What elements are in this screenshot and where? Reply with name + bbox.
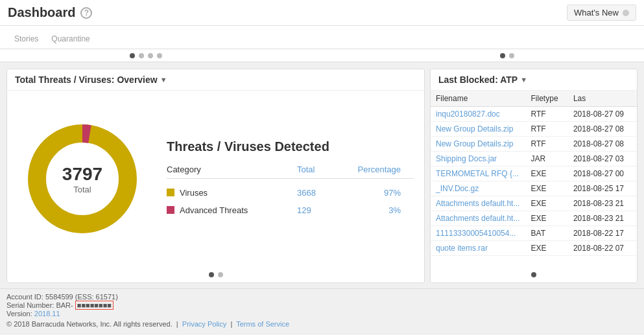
right-panel-header: Last Blocked: ATP ▼ [431,69,637,91]
version-value: 2018.11 [34,310,60,318]
date-cell: 2018-08-22 07 [568,241,637,256]
filename-cell[interactable]: _INV.Doc.gz [431,181,526,196]
filetype-cell: RTF [526,122,568,137]
date-cell: 2018-08-23 21 [568,196,637,211]
tab-dot-1[interactable] [130,53,135,58]
filename-cell[interactable]: quote items.rar [431,241,526,256]
table-row: 11113330005410054... BAT 2018-08-22 17 [431,226,637,241]
whats-new-button[interactable]: What's New [567,5,636,21]
right-tab-dot-2[interactable] [509,53,514,58]
table-row: Advanced Threats 129 3% [167,202,414,219]
threats-table: Threats / Viruses Detected Category Tota… [147,139,414,219]
table-row: inqu20180827.doc RTF 2018-08-27 09 [431,107,637,122]
advanced-pct: 3% [349,205,414,215]
date-cell: 2018-08-22 17 [568,226,637,241]
donut-total-number: 3797 [62,164,102,185]
tab-quarantine[interactable]: Quarantine [45,34,96,49]
col-filename: Filename [431,91,526,107]
filetype-cell: EXE [526,167,568,181]
left-footer-dot-2[interactable] [218,272,223,277]
filename-cell[interactable]: New Group Details.zip [431,122,526,137]
donut-chart: 3797 Total [18,114,147,244]
help-icon[interactable]: ? [80,7,92,19]
date-cell: 2018-08-27 08 [568,137,637,152]
account-id: Account ID: 5584599 (ESS: 61571) [6,293,638,301]
advanced-label: Advanced Threats [180,205,248,215]
serial-number-row: Serial Number: BAR- ■■■■■■■■ [6,301,638,310]
atp-table-head: Filename Filetype Las [431,91,637,107]
viruses-total: 3668 [297,188,349,198]
filetype-cell: EXE [526,196,568,211]
tab-dot-2[interactable] [139,53,144,58]
left-panel-title: Total Threats / Viruses: Overview [15,75,158,85]
filetype-cell: RTF [526,137,568,152]
filetype-cell: RTF [526,107,568,122]
date-cell: 2018-08-27 09 [568,107,637,122]
right-panel-title: Last Blocked: ATP [438,75,518,85]
table-row: quote items.rar EXE 2018-08-22 07 [431,241,637,256]
right-panel: Last Blocked: ATP ▼ Filename Filetype La… [430,69,638,283]
col-category: Category [167,165,297,174]
terms-of-service-link[interactable]: Terms of Service [236,320,289,328]
left-panel-dropdown[interactable]: ▼ [160,76,167,84]
serial-label: Serial Number: BAR- [6,301,73,309]
table-row: Shipping Docs.jar JAR 2018-08-27 03 [431,152,637,167]
header-left: Dashboard ? [8,5,92,20]
left-footer-dot-1[interactable] [209,272,214,277]
version-row: Version: 2018.11 [6,310,638,318]
col-percentage: Percentage [349,165,414,174]
tab-dot-4[interactable] [157,53,162,58]
left-panel-body: 3797 Total Threats / Viruses Detected Ca… [7,91,424,267]
viruses-color-box [167,189,174,196]
atp-header-row: Filename Filetype Las [431,91,637,107]
page-footer: Account ID: 5584599 (ESS: 61571) Serial … [0,288,644,332]
threats-table-header: Category Total Percentage [167,165,414,179]
filename-cell[interactable]: TERMOMETAL RFQ {... [431,167,526,181]
page-title: Dashboard [8,5,75,20]
atp-table-body: inqu20180827.doc RTF 2018-08-27 09 New G… [431,107,637,256]
right-tab-dots [500,53,514,58]
serial-value: ■■■■■■■■ [75,301,113,310]
advanced-total: 129 [297,205,349,215]
left-panel: Total Threats / Viruses: Overview ▼ 3797… [6,69,425,283]
footer-links: © 2018 Barracuda Networks, Inc. All righ… [6,320,638,328]
col-total: Total [297,165,349,174]
filetype-cell: EXE [526,181,568,196]
date-cell: 2018-08-27 08 [568,122,637,137]
date-cell: 2018-08-27 03 [568,152,637,167]
filetype-cell: EXE [526,241,568,256]
left-panel-header: Total Threats / Viruses: Overview ▼ [7,69,424,91]
category-viruses: Viruses [167,188,297,198]
left-tab-dots [130,53,162,58]
right-panel-dropdown[interactable]: ▼ [520,76,527,84]
filetype-cell: EXE [526,211,568,226]
filename-cell[interactable]: Attachments default.ht... [431,196,526,211]
atp-data-table: Filename Filetype Las inqu20180827.doc R… [431,91,637,256]
table-row: Attachments default.ht... EXE 2018-08-23… [431,211,637,226]
right-tab-dot-1[interactable] [500,53,505,58]
right-footer-dot-1[interactable] [531,272,536,277]
col-date: Las [568,91,637,107]
copyright-text: © 2018 Barracuda Networks, Inc. All righ… [6,320,173,328]
left-panel-footer [7,267,424,283]
tab-stories[interactable]: Stories [8,34,45,49]
filename-cell[interactable]: Shipping Docs.jar [431,152,526,167]
donut-total-label: Total [62,185,102,194]
filename-cell[interactable]: Attachments default.ht... [431,211,526,226]
atp-table: Filename Filetype Las inqu20180827.doc R… [431,91,637,267]
date-cell: 2018-08-27 00 [568,167,637,181]
table-row: Attachments default.ht... EXE 2018-08-23… [431,196,637,211]
filename-cell[interactable]: New Group Details.zip [431,137,526,152]
viruses-label: Viruses [180,188,208,198]
tab-dot-3[interactable] [148,53,153,58]
header: Dashboard ? What's New [0,0,644,26]
tabs-bar: Stories Quarantine [0,26,644,49]
table-row: Viruses 3668 97% [167,184,414,202]
threats-title: Threats / Viruses Detected [167,139,414,154]
filename-cell[interactable]: 11113330005410054... [431,226,526,241]
privacy-policy-link[interactable]: Privacy Policy [182,320,226,328]
version-label: Version: [6,310,32,318]
filetype-cell: JAR [526,152,568,167]
filename-cell[interactable]: inqu20180827.doc [431,107,526,122]
date-cell: 2018-08-25 17 [568,181,637,196]
